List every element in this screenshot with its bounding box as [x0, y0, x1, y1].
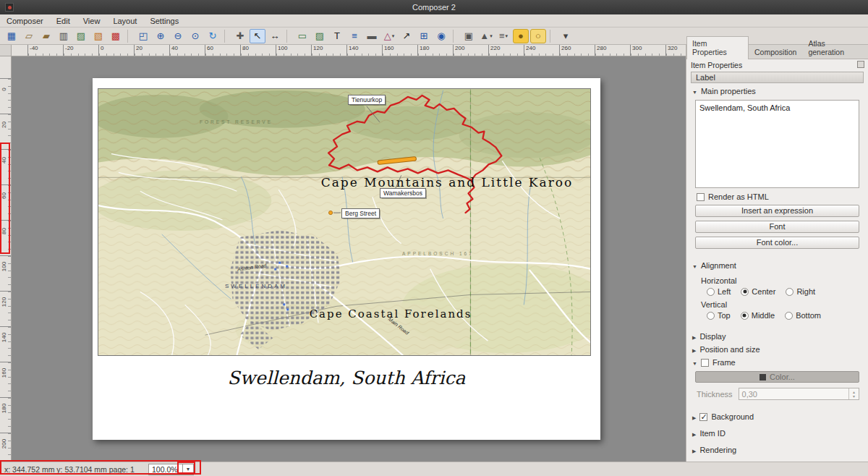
section-label: Item ID	[699, 429, 725, 438]
section-main-properties[interactable]: Main properties	[686, 85, 868, 98]
tab-composition[interactable]: Composition	[749, 45, 802, 59]
zoom-full-icon[interactable]: ◰	[135, 29, 151, 43]
section-frame[interactable]: Frame	[686, 356, 868, 369]
zoom-actual-icon[interactable]: ⊙	[187, 29, 203, 43]
render-as-html-checkbox[interactable]	[697, 193, 705, 201]
spinner-arrows-icon[interactable]: ▴▾	[848, 388, 859, 399]
section-display[interactable]: Display	[686, 330, 868, 343]
insert-expression-button[interactable]: Insert an expression	[695, 205, 859, 217]
section-position-and-size[interactable]: Position and size	[686, 343, 868, 356]
add-attribute-table-icon[interactable]: ⊞	[416, 29, 432, 43]
horizontal-ruler: -40-200204060801001201401601802002202402…	[12, 45, 686, 56]
toolbar-separator	[224, 30, 229, 43]
render-as-html-row[interactable]: Render as HTML	[697, 192, 868, 201]
composition-page[interactable]: Cape Mountains and Little Karoo Cape Coa…	[93, 78, 600, 440]
align-left-radio[interactable]: Left	[707, 287, 731, 296]
h-ruler-tick: 60	[205, 45, 240, 56]
h-ruler-tick: 120	[311, 45, 346, 56]
v-ruler-tick: 200	[0, 433, 11, 462]
menu-view[interactable]: View	[77, 16, 107, 26]
export-image-icon[interactable]: ▨	[73, 29, 89, 43]
item-actions-dropdown-icon[interactable]: ▾	[558, 29, 574, 43]
v-ruler-tick: 140	[0, 326, 11, 362]
zoom-level-combobox[interactable]: 100.0% ▾	[148, 464, 194, 475]
select-move-item-icon[interactable]: ↖	[250, 29, 265, 43]
frame-checkbox[interactable]	[701, 359, 709, 367]
h-ruler-tick: 320	[665, 45, 686, 56]
export-pdf-icon[interactable]: ▩	[108, 29, 124, 43]
align-center-radio[interactable]: Center	[741, 287, 775, 296]
pan-tool-icon[interactable]: ✚	[232, 29, 248, 43]
align-bottom-radio[interactable]: Bottom	[785, 311, 821, 320]
composer-window: Composer 2 ComposerEditViewLayoutSetting…	[0, 0, 868, 476]
menu-settings[interactable]: Settings	[143, 16, 185, 26]
zoom-in-icon[interactable]: ⊕	[153, 29, 169, 43]
export-svg-icon[interactable]: ▧	[90, 29, 106, 43]
section-rendering[interactable]: Rendering	[686, 443, 868, 456]
add-new-legend-icon[interactable]: ≡	[346, 29, 362, 43]
add-arrow-icon[interactable]: ↗	[399, 29, 414, 43]
chevron-down-icon: ▾	[490, 33, 493, 39]
align-top-radio[interactable]: Top	[707, 311, 731, 320]
tab-atlas-generation[interactable]: Atlas generation	[802, 36, 868, 59]
menu-bar: ComposerEditViewLayoutSettings	[0, 14, 868, 27]
map-item[interactable]: Cape Mountains and Little Karoo Cape Coa…	[98, 88, 591, 356]
add-new-map-icon[interactable]: ▭	[294, 29, 310, 43]
print-icon[interactable]: ▥	[56, 29, 72, 43]
expander-icon	[692, 261, 697, 270]
map-town-label: SWELLENDAM	[225, 283, 287, 289]
unlock-items-icon[interactable]: ○	[530, 29, 546, 43]
section-item-id[interactable]: Item ID	[686, 427, 868, 440]
composition-canvas[interactable]: Cape Mountains and Little Karoo Cape Coa…	[12, 56, 686, 462]
group-items-icon[interactable]: ▣	[461, 29, 477, 43]
label-item-title[interactable]: Swellendam, South Africa	[93, 367, 600, 388]
add-arrow-icon: ↗	[403, 31, 411, 41]
v-ruler-tick: 160	[0, 362, 11, 397]
menu-layout[interactable]: Layout	[106, 16, 143, 26]
load-template-icon[interactable]: ▱	[21, 29, 37, 43]
move-item-content-icon[interactable]: ↔	[267, 29, 283, 43]
save-project-icon[interactable]: ▦	[4, 29, 20, 43]
radio-label: Middle	[752, 311, 775, 320]
menu-edit[interactable]: Edit	[50, 16, 77, 26]
section-background[interactable]: Background	[686, 410, 868, 423]
panel-tab-bar: Item Properties Composition Atlas genera…	[686, 45, 868, 59]
radio-icon	[741, 288, 749, 296]
toolbar-separator	[286, 30, 292, 43]
add-basic-shape-icon: △	[384, 31, 391, 41]
refresh-view-icon[interactable]: ↻	[205, 29, 221, 43]
save-template-icon[interactable]: ▰	[38, 29, 54, 43]
add-image-icon[interactable]: ▨	[312, 29, 328, 43]
radio-label: Bottom	[796, 311, 821, 320]
status-bar: x: 344.752 mm y: 53.7104 mm page: 1 100.…	[0, 462, 868, 476]
menu-composer[interactable]: Composer	[0, 16, 50, 26]
vertical-label: Vertical	[701, 300, 868, 309]
expander-icon	[692, 358, 697, 367]
h-ruler-tick: 140	[346, 45, 382, 56]
background-checkbox[interactable]	[699, 413, 707, 421]
align-middle-radio[interactable]: Middle	[741, 311, 775, 320]
font-color-button[interactable]: Font color...	[695, 237, 859, 249]
frame-color-button[interactable]: Color...	[695, 371, 859, 383]
label-text-input[interactable]: Swellendam, South Africa	[695, 100, 859, 188]
expander-icon	[692, 446, 696, 454]
font-button[interactable]: Font	[695, 221, 859, 233]
tab-item-properties[interactable]: Item Properties	[686, 36, 749, 59]
lock-items-icon[interactable]: ●	[513, 29, 529, 43]
radio-icon	[785, 312, 793, 320]
add-basic-shape-icon[interactable]: △▾	[381, 29, 397, 43]
add-new-label-icon[interactable]: T	[329, 29, 345, 43]
window-menu-icon[interactable]	[5, 3, 14, 12]
chevron-down-icon[interactable]: ▾	[182, 464, 193, 475]
add-html-frame-icon[interactable]: ◉	[433, 29, 449, 43]
panel-detach-icon[interactable]	[857, 61, 864, 68]
raise-items-icon[interactable]: ▲▾	[478, 29, 494, 43]
section-alignment[interactable]: Alignment	[686, 259, 868, 272]
vertical-ruler: 020406080100120140160180200	[0, 56, 12, 462]
add-new-scalebar-icon[interactable]: ▬	[364, 29, 380, 43]
thickness-spinner[interactable]: 0,30 ▴▾	[739, 388, 859, 400]
align-right-radio[interactable]: Right	[786, 287, 815, 296]
zoom-out-icon[interactable]: ⊖	[170, 29, 186, 43]
align-items-icon[interactable]: ≡▾	[495, 29, 511, 43]
v-ruler-tick: 0	[0, 78, 11, 114]
